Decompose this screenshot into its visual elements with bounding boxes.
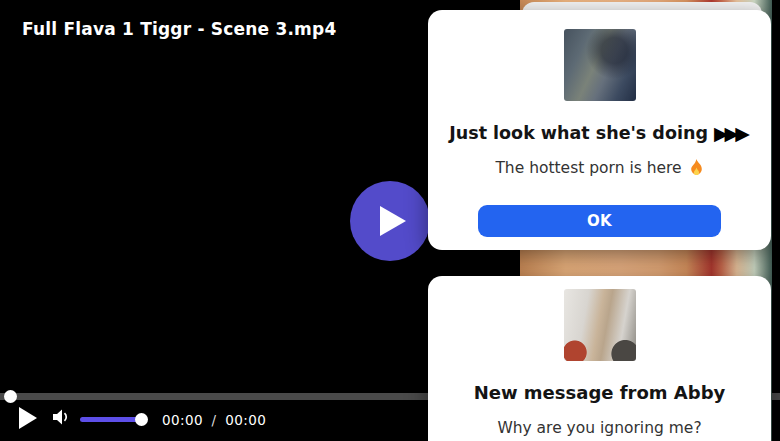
play-icon [19,407,37,429]
play-icon [380,206,406,236]
current-time: 00:00 [162,412,203,428]
triple-play-icon: ▶▶▶ [714,124,750,143]
time-display: 00:00 / 00:00 [162,412,266,428]
duration: 00:00 [225,412,266,428]
fire-icon [689,159,704,177]
message-popup[interactable]: New message from Abby Why are you ignori… [428,276,771,441]
volume-slider[interactable] [80,417,142,422]
video-title: Full Flava 1 Tiggr - Scene 3.mp4 [22,19,336,39]
message-title: New message from Abby [428,382,771,403]
promo-popup: Just look what she's doing ▶▶▶ The hotte… [428,10,771,250]
promo-subtitle: The hottest porn is here [428,159,771,177]
promo-thumbnail [564,29,636,101]
message-thumbnail [564,289,636,361]
ok-button[interactable]: OK [478,205,721,237]
page: Full Flava 1 Tiggr - Scene 3.mp4 00:00 [0,0,780,441]
volume-handle[interactable] [135,413,148,426]
promo-title: Just look what she's doing ▶▶▶ [428,123,771,143]
mute-button[interactable] [50,409,72,427]
play-button[interactable] [17,407,39,431]
big-play-button[interactable] [350,181,430,261]
promo-title-text: Just look what she's doing [449,123,708,143]
seek-handle[interactable] [4,390,17,403]
time-separator: / [212,412,217,428]
promo-subtitle-text: The hottest porn is here [495,159,681,177]
message-body: Why are you ignoring me? [428,419,771,437]
speaker-icon [52,409,70,425]
